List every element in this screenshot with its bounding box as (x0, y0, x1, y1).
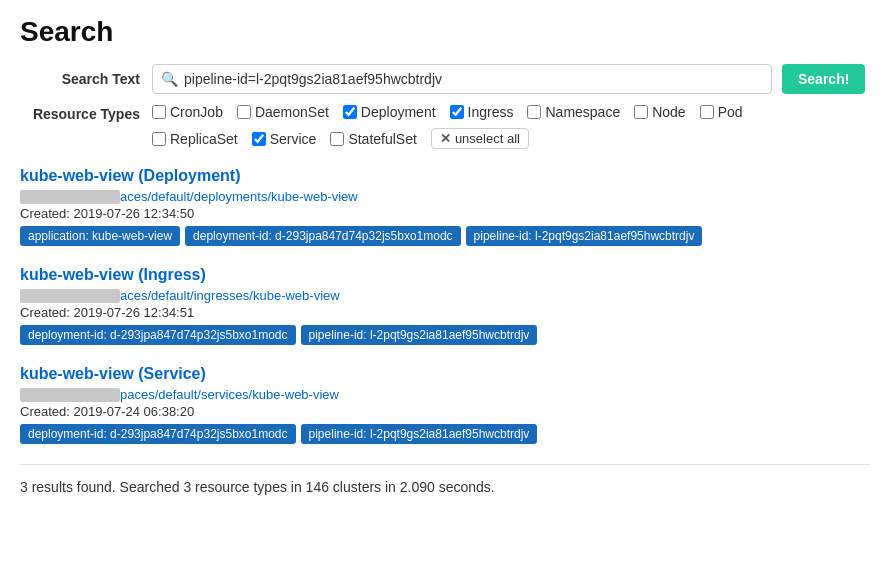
results-container: kube-web-view (Deployment)aces/default/d… (20, 167, 870, 444)
checkbox-statefulset[interactable] (330, 132, 344, 146)
checkbox-label-service[interactable]: Service (270, 131, 317, 147)
result-created: Created: 2019-07-26 12:34:51 (20, 305, 870, 320)
result-created: Created: 2019-07-26 12:34:50 (20, 206, 870, 221)
result-item: kube-web-view (Ingress)aces/default/ingr… (20, 266, 870, 345)
checkbox-deployment[interactable] (343, 105, 357, 119)
checkbox-item-service: Service (252, 131, 317, 147)
url-redacted (20, 289, 120, 303)
result-tag: deployment-id: d-293jpa847d74p32js5bxo1m… (185, 226, 461, 246)
summary-text: 3 results found. Searched 3 resource typ… (20, 479, 870, 495)
checkbox-item-deployment: Deployment (343, 104, 436, 120)
resource-checkboxes: CronJobDaemonSetDeploymentIngressNamespa… (152, 104, 852, 149)
checkbox-item-pod: Pod (700, 104, 743, 120)
result-tag: pipeline-id: l-2pqt9gs2ia81aef95hwcbtrdj… (466, 226, 703, 246)
checkbox-label-node[interactable]: Node (652, 104, 685, 120)
result-item: kube-web-view (Deployment)aces/default/d… (20, 167, 870, 246)
results-divider (20, 464, 870, 465)
search-input-wrapper: 🔍 (152, 64, 772, 94)
result-tags-row: application: kube-web-viewdeployment-id:… (20, 226, 870, 246)
checkbox-label-cronjob[interactable]: CronJob (170, 104, 223, 120)
result-tags-row: deployment-id: d-293jpa847d74p32js5bxo1m… (20, 325, 870, 345)
checkbox-label-pod[interactable]: Pod (718, 104, 743, 120)
result-tag: pipeline-id: l-2pqt9gs2ia81aef95hwcbtrdj… (301, 325, 538, 345)
unselect-label: unselect all (455, 131, 520, 146)
url-redacted (20, 388, 120, 402)
checkbox-node[interactable] (634, 105, 648, 119)
checkboxes-container: CronJobDaemonSetDeploymentIngressNamespa… (152, 104, 852, 149)
search-icon: 🔍 (161, 71, 178, 87)
result-title[interactable]: kube-web-view (Deployment) (20, 167, 870, 185)
checkbox-label-statefulset[interactable]: StatefulSet (348, 131, 417, 147)
checkbox-item-namespace: Namespace (527, 104, 620, 120)
checkbox-ingress[interactable] (450, 105, 464, 119)
result-url-row: paces/default/services/kube-web-view (20, 387, 870, 402)
x-icon: ✕ (440, 131, 451, 146)
result-title[interactable]: kube-web-view (Service) (20, 365, 870, 383)
search-text-label: Search Text (20, 71, 140, 87)
result-tag: pipeline-id: l-2pqt9gs2ia81aef95hwcbtrdj… (301, 424, 538, 444)
search-row: Search Text 🔍 Search! (20, 64, 870, 94)
result-item: kube-web-view (Service)paces/default/ser… (20, 365, 870, 444)
result-tag: deployment-id: d-293jpa847d74p32js5bxo1m… (20, 424, 296, 444)
checkbox-namespace[interactable] (527, 105, 541, 119)
result-url-row: aces/default/deployments/kube-web-view (20, 189, 870, 204)
page-title: Search (20, 16, 870, 48)
checkbox-label-daemonset[interactable]: DaemonSet (255, 104, 329, 120)
checkbox-label-namespace[interactable]: Namespace (545, 104, 620, 120)
checkbox-replicaset[interactable] (152, 132, 166, 146)
checkbox-item-ingress: Ingress (450, 104, 514, 120)
checkbox-service[interactable] (252, 132, 266, 146)
unselect-all-button[interactable]: ✕ unselect all (431, 128, 529, 149)
result-tags-row: deployment-id: d-293jpa847d74p32js5bxo1m… (20, 424, 870, 444)
resource-types-row: Resource Types CronJobDaemonSetDeploymen… (20, 104, 870, 149)
checkbox-item-statefulset: StatefulSet (330, 131, 417, 147)
checkbox-label-replicaset[interactable]: ReplicaSet (170, 131, 238, 147)
result-url[interactable]: aces/default/deployments/kube-web-view (120, 189, 358, 204)
result-url[interactable]: aces/default/ingresses/kube-web-view (120, 288, 340, 303)
result-created: Created: 2019-07-24 06:38:20 (20, 404, 870, 419)
result-tag: application: kube-web-view (20, 226, 180, 246)
resource-types-label: Resource Types (20, 104, 140, 122)
search-button[interactable]: Search! (782, 64, 865, 94)
search-input[interactable] (184, 65, 763, 93)
result-url[interactable]: paces/default/services/kube-web-view (120, 387, 339, 402)
result-tag: deployment-id: d-293jpa847d74p32js5bxo1m… (20, 325, 296, 345)
result-title[interactable]: kube-web-view (Ingress) (20, 266, 870, 284)
results-section: kube-web-view (Deployment)aces/default/d… (20, 167, 870, 495)
checkbox-item-cronjob: CronJob (152, 104, 223, 120)
result-url-row: aces/default/ingresses/kube-web-view (20, 288, 870, 303)
checkbox-item-daemonset: DaemonSet (237, 104, 329, 120)
checkbox-cronjob[interactable] (152, 105, 166, 119)
checkbox-daemonset[interactable] (237, 105, 251, 119)
checkbox-item-node: Node (634, 104, 685, 120)
checkbox-label-ingress[interactable]: Ingress (468, 104, 514, 120)
checkbox-label-deployment[interactable]: Deployment (361, 104, 436, 120)
url-redacted (20, 190, 120, 204)
checkbox-item-replicaset: ReplicaSet (152, 131, 238, 147)
checkbox-pod[interactable] (700, 105, 714, 119)
